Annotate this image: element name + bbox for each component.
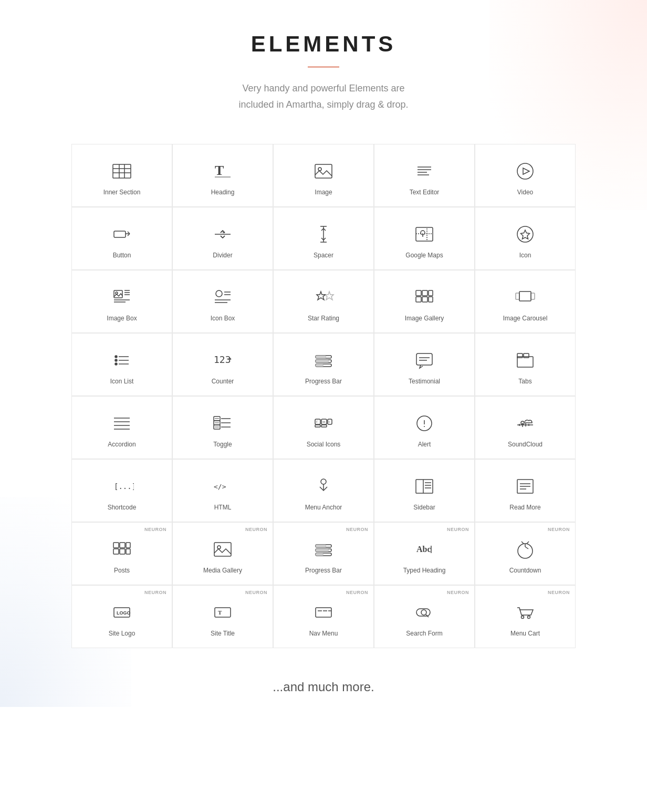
element-card-site-logo[interactable]: NEURON LOGO Site Logo [72,586,172,648]
svg-point-40 [216,290,222,297]
typed-heading-icon: Abc [412,537,436,561]
element-card-heading[interactable]: T Heading [173,144,273,206]
element-card-neuron-progress-bar[interactable]: NEURON Progress Bar [274,523,373,585]
svg-line-26 [221,236,223,238]
media-gallery-label: Media Gallery [203,567,242,574]
element-card-menu-anchor[interactable]: Menu Anchor [274,460,373,522]
image-carousel-icon [513,285,537,309]
element-card-accordion[interactable]: Accordion [72,397,172,459]
svg-point-97 [424,426,425,427]
element-card-image[interactable]: Image [274,144,373,206]
element-card-menu-cart[interactable]: NEURON Menu Cart [475,586,575,648]
element-card-toggle[interactable]: Toggle [173,397,273,459]
svg-rect-0 [113,164,131,178]
svg-rect-120 [113,549,119,554]
icon-icon [513,222,537,246]
svg-point-56 [115,359,117,361]
text-editor-icon [412,159,436,183]
element-card-icon-box[interactable]: Icon Box [173,270,273,332]
svg-line-135 [525,547,528,549]
neuron-progress-bar-icon [311,537,336,561]
element-card-spacer[interactable]: Spacer [274,207,373,269]
svg-rect-7 [315,164,332,178]
element-card-divider[interactable]: Divider [173,207,273,269]
svg-point-8 [318,168,321,171]
neuron-badge: NEURON [447,527,469,532]
inner-section-icon [110,159,134,183]
counter-label: Counter [212,378,234,385]
neuron-badge: NEURON [447,590,469,595]
element-card-media-gallery[interactable]: NEURON Media Gallery [173,523,273,585]
element-card-site-title[interactable]: NEURON T Site Title [173,586,273,648]
svg-rect-130 [316,553,324,556]
svg-marker-14 [523,168,529,174]
star-rating-label: Star Rating [308,315,339,322]
testimonial-label: Testimonial [409,378,440,385]
typed-heading-label: Typed Heading [403,567,446,574]
element-card-html[interactable]: </> HTML [173,460,273,522]
text-editor-label: Text Editor [410,189,440,196]
image-box-label: Image Box [107,315,137,322]
element-card-alert[interactable]: Alert [374,397,474,459]
element-card-image-box[interactable]: Image Box [72,270,172,332]
element-card-sidebar[interactable]: Sidebar [374,460,474,522]
element-card-progress-bar[interactable]: Progress Bar [274,334,373,395]
footer-text: ...and much more. [71,680,576,694]
element-card-shortcode[interactable]: [...] Shortcode [72,460,172,522]
svg-rect-45 [416,290,421,296]
svg-rect-119 [126,543,130,548]
svg-point-149 [521,616,524,619]
media-gallery-icon [211,537,235,561]
element-card-image-gallery[interactable]: Image Gallery [374,270,474,332]
heading-label: Heading [211,189,235,196]
element-card-image-carousel[interactable]: Image Carousel [475,270,575,332]
svg-rect-15 [114,231,126,237]
shortcode-icon: [...] [110,474,134,498]
element-card-countdown[interactable]: NEURON Countdown [475,523,575,585]
posts-icon [110,537,134,561]
element-card-star-rating[interactable]: Star Rating [274,270,373,332]
svg-text:[...]: [...] [114,482,134,491]
svg-line-24 [221,231,223,233]
menu-anchor-label: Menu Anchor [305,504,342,511]
element-card-counter[interactable]: 123 Counter [173,334,273,395]
posts-label: Posts [114,567,130,574]
element-card-button[interactable]: Button [72,207,172,269]
icon-label: Icon [519,252,531,259]
element-card-text-editor[interactable]: Text Editor [374,144,474,206]
sidebar-icon [412,474,436,498]
video-icon [513,159,537,183]
element-card-nav-menu[interactable]: NEURON Nav Menu [274,586,373,648]
element-card-google-maps[interactable]: Google Maps [374,207,474,269]
element-card-inner-section[interactable]: Inner Section [72,144,172,206]
element-card-posts[interactable]: NEURON Posts [72,523,172,585]
divider-icon [211,222,235,246]
toggle-label: Toggle [213,441,232,448]
svg-rect-47 [429,290,433,296]
element-card-icon[interactable]: Icon [475,207,575,269]
alert-icon [412,411,436,435]
page-subtitle: Very handy and powerful Elements areincl… [71,80,576,112]
element-card-soundcloud[interactable]: SoundCloud [475,397,575,459]
nav-menu-icon [311,600,336,624]
image-gallery-label: Image Gallery [405,315,444,322]
soundcloud-icon [513,411,537,435]
testimonial-icon [412,348,436,372]
element-card-typed-heading[interactable]: NEURON Abc Typed Heading [374,523,474,585]
svg-rect-52 [516,293,519,299]
element-card-video[interactable]: Video [475,144,575,206]
element-card-social-icons[interactable]: f in t Social Icons [274,397,373,459]
element-card-tabs[interactable]: Tabs [475,334,575,395]
svg-point-106 [321,479,326,484]
element-card-search-form[interactable]: NEURON Search Form [374,586,474,648]
element-card-testimonial[interactable]: Testimonial [374,334,474,395]
search-form-label: Search Form [406,630,442,637]
svg-rect-51 [519,292,531,301]
svg-rect-128 [316,549,329,551]
element-card-read-more[interactable]: Read More [475,460,575,522]
svg-rect-71 [517,357,533,367]
svg-rect-53 [531,293,535,299]
neuron-badge: NEURON [548,527,570,532]
element-card-icon-list[interactable]: Icon List [72,334,172,395]
svg-point-150 [528,616,530,619]
